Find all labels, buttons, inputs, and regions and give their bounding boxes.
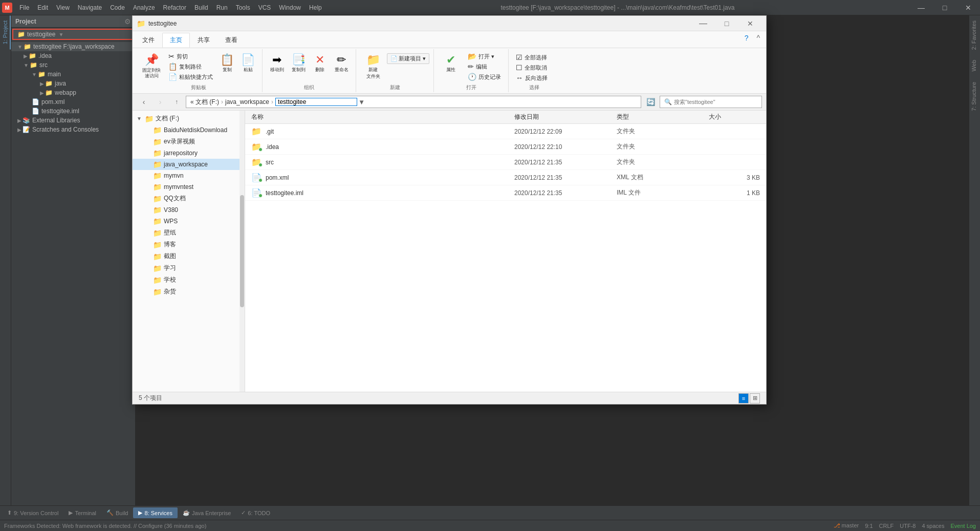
ribbon-btn-select-all[interactable]: ☑ 全部选择: [513, 52, 556, 62]
win-minimize[interactable]: —: [909, 0, 933, 15]
sidebar-folder-mymvn[interactable]: 📁 mymvn: [133, 170, 245, 181]
tree-item-ext-libs[interactable]: ▶ 📚 External Libraries: [11, 116, 135, 125]
ribbon-btn-invert-select[interactable]: ↔ 反向选择: [513, 73, 556, 83]
sidebar-folder-study[interactable]: 📁 学习: [133, 262, 245, 274]
nav-forward[interactable]: ›: [153, 96, 167, 108]
ribbon-btn-move[interactable]: ➡ 移动到: [267, 51, 287, 75]
menu-run[interactable]: Run: [212, 2, 232, 13]
tab-java-enterprise[interactable]: ☕ Java Enterprise: [178, 507, 236, 518]
ribbon-btn-copy[interactable]: 📋 复制: [217, 51, 237, 75]
ribbon-btn-history[interactable]: 🕐 历史记录: [465, 72, 504, 82]
ribbon-tab-share[interactable]: 共享: [190, 33, 217, 48]
ribbon-btn-new-folder[interactable]: 📁 新建文件夹: [360, 51, 386, 82]
ribbon-btn-paste-shortcut[interactable]: 📄 粘贴快捷方式: [165, 72, 216, 82]
explorer-minimize[interactable]: —: [691, 16, 715, 31]
tree-item-idea[interactable]: ▶ 📁 .idea: [11, 51, 135, 60]
menu-analyze[interactable]: Analyze: [129, 2, 159, 13]
ribbon-btn-paste[interactable]: 📄 粘贴: [238, 51, 258, 75]
sidebar-folder-baidu[interactable]: 📁 BaiduNetdiskDownload: [133, 124, 245, 136]
file-row-src[interactable]: 📁 src 2020/12/12 21:35 文件夹: [245, 155, 766, 170]
col-header-size[interactable]: 大小: [709, 113, 760, 121]
event-log[interactable]: Event Log: [950, 523, 976, 529]
tree-item-scratches[interactable]: ▶ 📝 Scratches and Consoles: [11, 125, 135, 134]
nav-back[interactable]: ‹: [137, 96, 151, 108]
tab-build[interactable]: 🔨 Build: [101, 507, 133, 518]
address-current-input[interactable]: [275, 98, 357, 106]
menu-window[interactable]: Window: [275, 2, 305, 13]
project-tab[interactable]: 📁 testtogitee ▼: [12, 29, 134, 40]
col-header-type[interactable]: 类型: [617, 113, 709, 121]
sidebar-folder-ev[interactable]: 📁 ev录屏视频: [133, 136, 245, 147]
col-header-date[interactable]: 修改日期: [514, 113, 617, 121]
menu-view[interactable]: View: [52, 2, 74, 13]
menu-navigate[interactable]: Navigate: [74, 2, 106, 13]
git-branch[interactable]: ⎇ master: [834, 522, 859, 529]
tree-item-iml[interactable]: 📄 testtogitee.iml: [11, 107, 135, 116]
sidebar-scrollbar[interactable]: [239, 111, 245, 392]
structure-side-tab[interactable]: 7: Structure: [969, 77, 980, 116]
tree-item-root[interactable]: ▼ 📁 testtogitee F:\java_workspace: [11, 42, 135, 51]
tab-terminal[interactable]: ▶ Terminal: [63, 507, 101, 518]
sidebar-folder-blog[interactable]: 📁 博客: [133, 239, 245, 250]
win-close[interactable]: ✕: [956, 0, 980, 15]
menu-file[interactable]: File: [15, 2, 33, 13]
project-settings-icon[interactable]: ⚙: [124, 17, 131, 26]
nav-refresh[interactable]: 🔄: [643, 96, 658, 108]
favorites-side-tab[interactable]: 2: Favorites: [969, 15, 980, 55]
tree-item-java[interactable]: ▶ 📁 java: [11, 79, 135, 88]
file-row-idea[interactable]: 📁 .idea 2020/12/12 22:10 文件夹: [245, 139, 766, 155]
tree-item-main[interactable]: ▼ 📁 main: [11, 70, 135, 79]
tree-item-webapp[interactable]: ▶ 📁 webapp: [11, 88, 135, 97]
project-side-tab[interactable]: 1: Project: [1, 15, 11, 49]
menu-refactor[interactable]: Refactor: [159, 2, 190, 13]
ribbon-btn-edit[interactable]: ✏ 编辑: [465, 61, 504, 72]
view-detail-btn[interactable]: ⊞: [750, 393, 760, 403]
address-dropdown[interactable]: ▼: [358, 98, 365, 106]
tab-version-control[interactable]: ⬆ 9: Version Control: [2, 507, 63, 518]
ribbon-btn-new-item[interactable]: 📄 新建项目 ▾: [387, 53, 429, 64]
sidebar-folder-school[interactable]: 📁 学校: [133, 274, 245, 286]
menu-help[interactable]: Help: [305, 2, 326, 13]
ribbon-btn-cut[interactable]: ✂ 剪切: [165, 51, 216, 61]
sidebar-folder-screenshot[interactable]: 📁 截图: [133, 250, 245, 262]
explorer-close[interactable]: ✕: [738, 16, 762, 31]
menu-edit[interactable]: Edit: [33, 2, 52, 13]
win-maximize[interactable]: □: [933, 0, 956, 15]
project-tab-arrow[interactable]: ▼: [58, 32, 63, 37]
sidebar-folder-qq[interactable]: 📁 QQ文档: [133, 193, 245, 204]
menu-vcs[interactable]: VCS: [254, 2, 275, 13]
ribbon-btn-delete[interactable]: ✕ 删除: [310, 51, 330, 75]
sidebar-folder-misc[interactable]: 📁 杂货: [133, 286, 245, 298]
sidebar-folder-javaworkspace[interactable]: 📁 java_workspace: [133, 159, 245, 170]
ribbon-btn-pin[interactable]: 📌 固定到快速访问: [139, 51, 164, 81]
ribbon-tab-file[interactable]: 文件: [135, 33, 162, 48]
tree-item-src[interactable]: ▼ 📁 src: [11, 60, 135, 70]
menu-build[interactable]: Build: [190, 2, 212, 13]
sidebar-folder-mymvntest[interactable]: 📁 mymvntest: [133, 181, 245, 193]
tree-item-pom[interactable]: 📄 pom.xml: [11, 97, 135, 107]
sidebar-scrollbar-thumb[interactable]: [240, 195, 244, 308]
ribbon-help-icon[interactable]: ?: [741, 31, 753, 48]
file-row-git[interactable]: 📁 .git 2020/12/12 22:09 文件夹: [245, 124, 766, 139]
ribbon-btn-copy-path[interactable]: 📋 复制路径: [165, 61, 216, 72]
ribbon-btn-open[interactable]: 📂 打开 ▾: [465, 51, 504, 61]
menu-code[interactable]: Code: [106, 2, 129, 13]
ribbon-btn-deselect-all[interactable]: ☐ 全部取消: [513, 62, 556, 73]
tab-todo[interactable]: ✓ 6: TODO: [236, 507, 275, 518]
ribbon-collapse-icon[interactable]: ^: [752, 31, 764, 48]
col-header-name[interactable]: 名称: [251, 113, 514, 121]
explorer-maximize[interactable]: □: [715, 16, 738, 31]
sidebar-folder-wallpaper[interactable]: 📁 壁纸: [133, 227, 245, 239]
search-input[interactable]: [674, 99, 757, 105]
ribbon-btn-properties[interactable]: ✔ 属性: [438, 51, 464, 75]
sidebar-folder-docs[interactable]: ▼ 📁 文档 (F:): [133, 113, 245, 124]
sidebar-folder-jarrepo[interactable]: 📁 jarrepository: [133, 147, 245, 159]
file-row-pom[interactable]: 📄 pom.xml 2020/12/12 21:35 XML 文档 3 KB: [245, 170, 766, 185]
ribbon-tab-view[interactable]: 查看: [217, 33, 245, 48]
file-row-iml[interactable]: 📄 testtogitee.iml 2020/12/12 21:35 IML 文…: [245, 185, 766, 201]
view-list-btn[interactable]: ≡: [738, 393, 749, 403]
ribbon-tab-home[interactable]: 主页: [162, 33, 190, 48]
nav-up[interactable]: ↑: [169, 96, 184, 108]
ribbon-btn-rename[interactable]: ✏ 重命名: [331, 51, 352, 75]
menu-tools[interactable]: Tools: [232, 2, 254, 13]
